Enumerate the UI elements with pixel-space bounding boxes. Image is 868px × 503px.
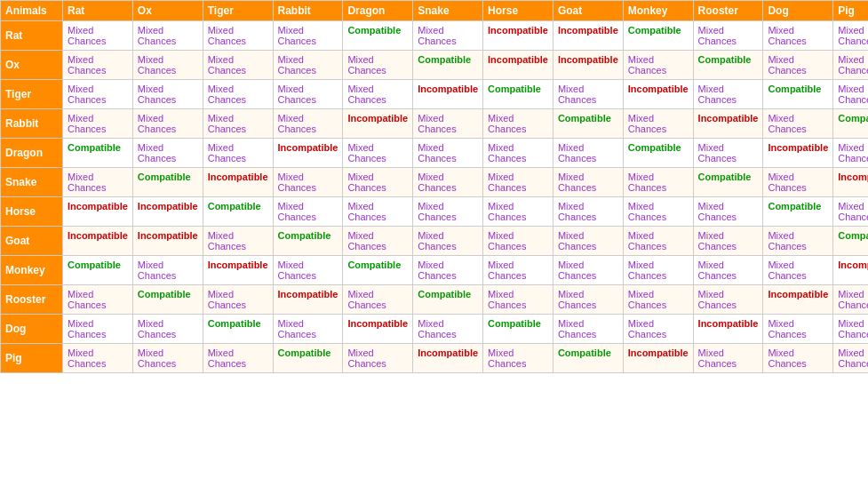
cell-rat-dragon: Compatible [343, 21, 413, 51]
row-label-dragon: Dragon [1, 139, 63, 168]
header-corner: Animals [1, 1, 63, 21]
cell-tiger-goat: MixedChances [553, 80, 623, 109]
cell-rabbit-rooster: Incompatible [693, 109, 763, 139]
cell-rooster-dragon: MixedChances [343, 285, 413, 315]
col-header-rat: Rat [63, 1, 133, 21]
cell-monkey-rat: Compatible [63, 256, 133, 285]
cell-goat-ox: Incompatible [132, 227, 203, 256]
cell-tiger-dragon: MixedChances [343, 80, 413, 109]
cell-tiger-ox: MixedChances [132, 80, 203, 109]
cell-rat-dog: MixedChances [763, 21, 833, 51]
cell-monkey-ox: MixedChances [132, 256, 203, 285]
cell-dragon-snake: MixedChances [413, 139, 483, 168]
cell-dog-rabbit: MixedChances [273, 315, 343, 344]
cell-dog-goat: MixedChances [553, 315, 623, 344]
cell-rat-pig: MixedChances [833, 21, 868, 51]
cell-horse-dog: Compatible [763, 197, 833, 227]
cell-dragon-rabbit: Incompatible [273, 139, 343, 168]
col-header-tiger: Tiger [203, 1, 273, 21]
cell-dragon-goat: MixedChances [553, 139, 623, 168]
table-row: MonkeyCompatibleMixedChancesIncompatible… [1, 256, 869, 285]
cell-monkey-rooster: MixedChances [693, 256, 763, 285]
cell-ox-dragon: MixedChances [343, 51, 413, 80]
cell-horse-horse: MixedChances [483, 197, 553, 227]
cell-dragon-dragon: MixedChances [343, 139, 413, 168]
cell-snake-rat: MixedChances [63, 168, 133, 197]
cell-horse-snake: MixedChances [413, 197, 483, 227]
cell-pig-monkey: Incompatible [623, 344, 693, 373]
cell-dog-dragon: Incompatible [343, 315, 413, 344]
cell-pig-tiger: MixedChances [203, 344, 273, 373]
cell-horse-pig: MixedChances [833, 197, 868, 227]
cell-goat-goat: MixedChances [553, 227, 623, 256]
cell-pig-dog: MixedChances [763, 344, 833, 373]
cell-snake-dragon: MixedChances [343, 168, 413, 197]
cell-dog-rat: MixedChances [63, 315, 133, 344]
cell-horse-rat: Incompatible [63, 197, 133, 227]
cell-rat-horse: Incompatible [483, 21, 553, 51]
cell-monkey-tiger: Incompatible [203, 256, 273, 285]
table-row: SnakeMixedChancesCompatibleIncompatibleM… [1, 168, 869, 197]
cell-goat-rooster: MixedChances [693, 227, 763, 256]
cell-horse-goat: MixedChances [553, 197, 623, 227]
table-row: DogMixedChancesMixedChancesCompatibleMix… [1, 315, 869, 344]
col-header-goat: Goat [553, 1, 623, 21]
cell-rat-monkey: Compatible [623, 21, 693, 51]
row-label-rabbit: Rabbit [1, 109, 63, 139]
cell-rat-ox: MixedChances [132, 21, 203, 51]
cell-dog-ox: MixedChances [132, 315, 203, 344]
cell-snake-tiger: Incompatible [203, 168, 273, 197]
cell-snake-rabbit: MixedChances [273, 168, 343, 197]
row-label-pig: Pig [1, 344, 63, 373]
cell-pig-goat: Compatible [553, 344, 623, 373]
cell-dog-snake: MixedChances [413, 315, 483, 344]
cell-dog-horse: Compatible [483, 315, 553, 344]
cell-monkey-rabbit: MixedChances [273, 256, 343, 285]
cell-ox-snake: Compatible [413, 51, 483, 80]
row-label-tiger: Tiger [1, 80, 63, 109]
cell-goat-horse: MixedChances [483, 227, 553, 256]
table-row: TigerMixedChancesMixedChancesMixedChance… [1, 80, 869, 109]
cell-snake-ox: Compatible [132, 168, 203, 197]
cell-dragon-pig: MixedChances [833, 139, 868, 168]
col-header-monkey: Monkey [623, 1, 693, 21]
cell-rabbit-monkey: MixedChances [623, 109, 693, 139]
cell-snake-monkey: MixedChances [623, 168, 693, 197]
cell-horse-rabbit: MixedChances [273, 197, 343, 227]
cell-horse-monkey: MixedChances [623, 197, 693, 227]
cell-dragon-monkey: Compatible [623, 139, 693, 168]
cell-tiger-rabbit: MixedChances [273, 80, 343, 109]
cell-rabbit-dog: MixedChances [763, 109, 833, 139]
cell-horse-ox: Incompatible [132, 197, 203, 227]
row-label-horse: Horse [1, 197, 63, 227]
cell-tiger-rooster: MixedChances [693, 80, 763, 109]
cell-goat-rabbit: Compatible [273, 227, 343, 256]
row-label-dog: Dog [1, 315, 63, 344]
cell-rabbit-pig: Compatible [833, 109, 868, 139]
cell-pig-snake: Incompatible [413, 344, 483, 373]
compatibility-table: AnimalsRatOxTigerRabbitDragonSnakeHorseG… [0, 0, 868, 373]
col-header-pig: Pig [833, 1, 868, 21]
cell-rooster-monkey: MixedChances [623, 285, 693, 315]
table-row: PigMixedChancesMixedChancesMixedChancesC… [1, 344, 869, 373]
cell-monkey-snake: MixedChances [413, 256, 483, 285]
row-label-rooster: Rooster [1, 285, 63, 315]
cell-ox-tiger: MixedChances [203, 51, 273, 80]
col-header-rooster: Rooster [693, 1, 763, 21]
cell-snake-horse: MixedChances [483, 168, 553, 197]
cell-tiger-dog: Compatible [763, 80, 833, 109]
col-header-rabbit: Rabbit [273, 1, 343, 21]
cell-pig-horse: MixedChances [483, 344, 553, 373]
cell-pig-dragon: MixedChances [343, 344, 413, 373]
table-row: OxMixedChancesMixedChancesMixedChancesMi… [1, 51, 869, 80]
cell-snake-rooster: Compatible [693, 168, 763, 197]
cell-monkey-pig: Incompatible [833, 256, 868, 285]
row-label-goat: Goat [1, 227, 63, 256]
cell-dragon-dog: Incompatible [763, 139, 833, 168]
cell-goat-dragon: MixedChances [343, 227, 413, 256]
cell-dragon-rat: Compatible [63, 139, 133, 168]
cell-rooster-dog: Incompatible [763, 285, 833, 315]
cell-goat-rat: Incompatible [63, 227, 133, 256]
cell-snake-pig: Incompatible [833, 168, 868, 197]
cell-ox-rat: MixedChances [63, 51, 133, 80]
